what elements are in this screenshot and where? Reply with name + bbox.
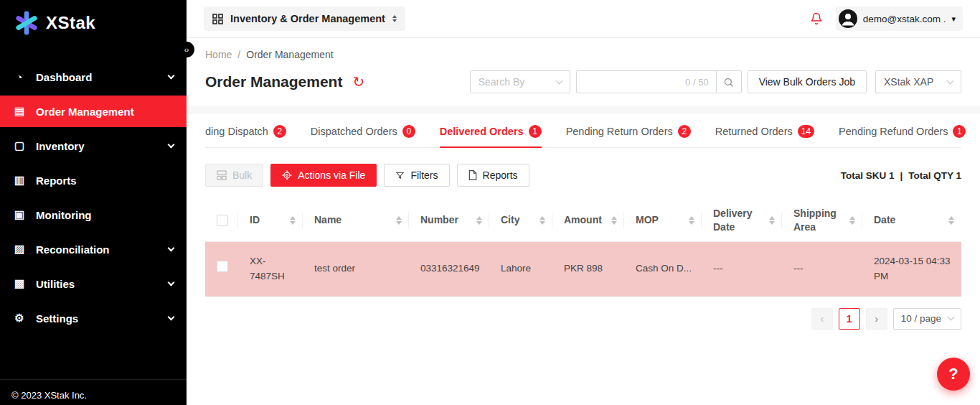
tab-label: ding Dispatch	[205, 126, 268, 137]
chevron-down-icon	[168, 141, 175, 148]
search-button[interactable]	[716, 70, 742, 93]
actions-via-file-button[interactable]: Actions via File	[270, 164, 377, 187]
sidebar-item-reconciliation[interactable]: ▨ Reconciliation	[0, 233, 187, 265]
tab-count-badge: 1	[953, 125, 966, 138]
logo-text: XStak	[46, 13, 95, 33]
column-header-amount[interactable]: Amount	[552, 200, 624, 241]
column-header-name[interactable]: Name	[303, 200, 409, 241]
topbar-right: demo@xstak.com . ▾	[809, 6, 963, 31]
page-size-select[interactable]: 10 / page	[893, 308, 961, 330]
breadcrumb: Home / Order Management	[205, 49, 961, 60]
section-divider	[187, 106, 980, 114]
toolbar: Bulk Actions via File	[205, 164, 961, 187]
target-icon	[282, 170, 292, 180]
sidebar-item-label: Reports	[36, 174, 77, 187]
filters-button[interactable]: Filters	[384, 164, 449, 187]
page-body: ding Dispatch 2 Dispatched Orders 0 Deli…	[187, 114, 980, 405]
tab-pending-return-orders[interactable]: Pending Return Orders 2	[566, 114, 691, 147]
sidebar-item-label: Monitoring	[36, 209, 91, 221]
tab-pending-dispatch[interactable]: ding Dispatch 2	[205, 114, 286, 147]
select-all-checkbox[interactable]	[217, 215, 228, 226]
page-size-value: 10 / page	[901, 313, 941, 324]
sidebar-nav: ◔ Dashboard ▤ Order Management ▢ Invento…	[0, 61, 187, 334]
sidebar-item-label: Order Management	[36, 106, 134, 118]
pagination-prev-button[interactable]: ‹	[811, 308, 833, 330]
help-button[interactable]: ?	[937, 358, 970, 391]
sidebar-item-label: Dashboard	[36, 71, 92, 83]
user-menu[interactable]: demo@xstak.com . ▾	[836, 6, 963, 31]
sort-icon[interactable]	[290, 216, 296, 225]
chevron-down-icon	[947, 77, 954, 84]
topbar: Inventory & Order Management	[187, 0, 980, 37]
column-header-number[interactable]: Number	[409, 200, 489, 241]
search-field[interactable]: 0 / 50	[576, 70, 717, 93]
tab-returned-orders[interactable]: Returned Orders 14	[715, 114, 814, 147]
cell-select	[205, 255, 238, 283]
cell-amount: PKR 898	[552, 256, 624, 282]
tab-delivered-orders[interactable]: Delivered Orders 1	[440, 114, 542, 147]
app-root: XStak ◔ Dashboard ▤ Order Management ▢ I…	[0, 0, 980, 405]
bulk-button[interactable]: Bulk	[205, 164, 263, 187]
utilities-icon: ▩	[13, 277, 26, 290]
table-row[interactable]: XX-7487SH test order 03316321649 Lahore …	[205, 242, 961, 297]
notification-bell-icon[interactable]	[809, 10, 824, 27]
sort-icon[interactable]	[611, 216, 617, 225]
column-header-date[interactable]: Date	[862, 200, 961, 241]
sidebar-item-reports[interactable]: ▥ Reports	[0, 164, 187, 196]
column-header-id[interactable]: ID	[238, 200, 303, 241]
pagination-next-button[interactable]: ›	[866, 308, 887, 330]
sort-icon[interactable]	[476, 216, 482, 225]
total-sku: Total SKU 1	[841, 170, 895, 181]
tab-count-badge: 0	[402, 125, 415, 138]
search-icon	[723, 77, 734, 88]
caret-down-icon: ▾	[951, 14, 956, 24]
reconciliation-icon: ▨	[13, 243, 26, 256]
sidebar-collapse-toggle[interactable]: ‹›	[179, 42, 194, 57]
sidebar-item-dashboard[interactable]: ◔ Dashboard	[0, 61, 187, 93]
reports-label: Reports	[483, 169, 518, 181]
column-header-select	[205, 200, 238, 241]
column-header-delivery-date[interactable]: Delivery Date	[702, 200, 782, 241]
order-management-icon: ▤	[13, 105, 26, 118]
pagination-page-1[interactable]: 1	[839, 308, 860, 330]
refresh-icon[interactable]: ↻	[352, 75, 364, 89]
xstak-logo[interactable]: XStak	[0, 0, 187, 44]
sidebar-item-settings[interactable]: ⚙ Settings	[0, 302, 187, 334]
column-header-shipping-area[interactable]: Shipping Area	[782, 200, 862, 241]
order-status-tabs: ding Dispatch 2 Dispatched Orders 0 Deli…	[205, 114, 961, 148]
breadcrumb-home[interactable]: Home	[205, 49, 232, 60]
sidebar-item-utilities[interactable]: ▩ Utilities	[0, 268, 187, 299]
cell-delivery-date: ---	[702, 256, 782, 282]
tab-count-badge: 14	[798, 125, 814, 138]
sort-icon[interactable]	[948, 216, 954, 225]
column-header-mop[interactable]: MOP	[624, 200, 702, 241]
sort-icon[interactable]	[689, 216, 694, 225]
sidebar-item-inventory[interactable]: ▢ Inventory	[0, 130, 187, 162]
sort-icon[interactable]	[769, 216, 775, 225]
reports-button[interactable]: Reports	[457, 164, 529, 187]
xap-select[interactable]: XStak XAP	[875, 70, 961, 93]
app-selector[interactable]: Inventory & Order Management	[204, 6, 405, 31]
tab-pending-refund-orders[interactable]: Pending Refund Orders 1	[839, 114, 966, 147]
sort-icon[interactable]	[396, 216, 402, 225]
sidebar-item-monitoring[interactable]: ▣ Monitoring	[0, 199, 187, 231]
tab-dispatched-orders[interactable]: Dispatched Orders 0	[311, 114, 415, 147]
user-email: demo@xstak.com .	[863, 14, 946, 24]
chevron-down-icon	[168, 72, 175, 79]
sidebar-item-order-management[interactable]: ▤ Order Management	[0, 96, 187, 127]
filters-label: Filters	[410, 169, 438, 181]
sort-icon[interactable]	[540, 216, 545, 225]
xap-select-value: XStak XAP	[884, 76, 933, 88]
search-by-select[interactable]: Search By	[470, 70, 570, 93]
sort-icon[interactable]	[849, 216, 855, 225]
bulk-icon	[217, 170, 227, 180]
row-checkbox[interactable]	[217, 261, 228, 272]
column-header-city[interactable]: City	[489, 200, 552, 241]
sidebar-item-label: Inventory	[36, 140, 85, 152]
chevron-down-icon	[948, 314, 955, 321]
tab-count-badge: 2	[678, 125, 691, 138]
sidebar-item-label: Reconciliation	[36, 243, 110, 256]
tab-count-badge: 1	[529, 125, 542, 138]
view-bulk-orders-job-button[interactable]: View Bulk Orders Job	[748, 70, 867, 93]
search-input[interactable]	[584, 75, 685, 88]
